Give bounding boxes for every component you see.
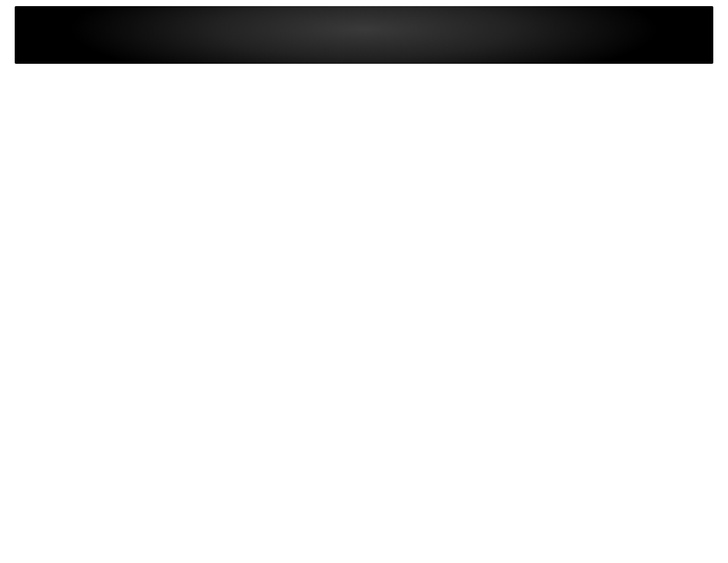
header-banner (15, 6, 713, 64)
